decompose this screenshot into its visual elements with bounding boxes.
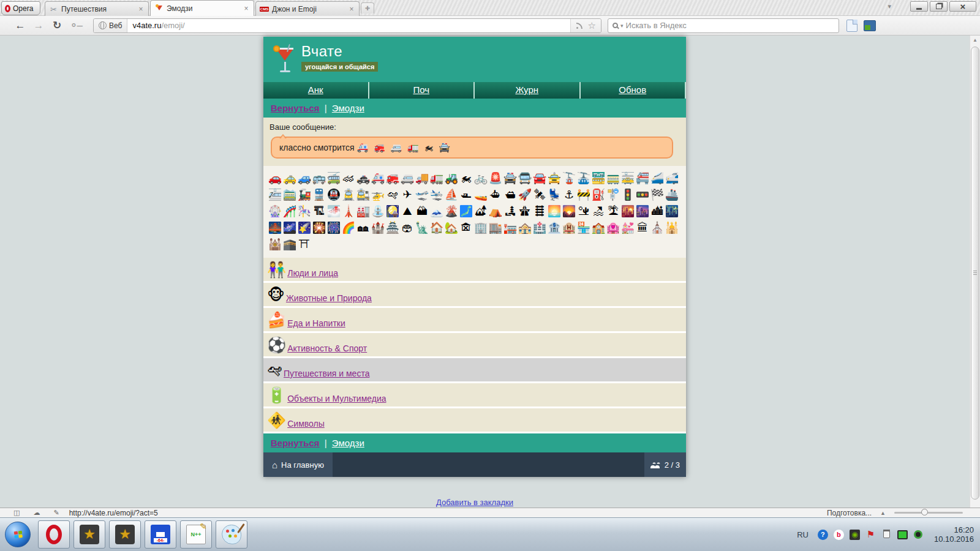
- emoji-item[interactable]: 🏘: [356, 219, 371, 236]
- site-security-badge[interactable]: Веб: [94, 19, 127, 32]
- language-indicator[interactable]: RU: [797, 530, 809, 539]
- emoji-item[interactable]: 🚗: [268, 170, 282, 186]
- tray-icon[interactable]: [850, 530, 860, 540]
- zoom-slider-thumb[interactable]: [921, 509, 928, 515]
- emoji-item[interactable]: 🗾: [459, 203, 473, 219]
- emoji-item[interactable]: 🏎: [341, 170, 356, 186]
- category-row[interactable]: 👫 Люди и лица: [263, 258, 686, 283]
- category-link[interactable]: Символы: [287, 419, 325, 429]
- emoji-item[interactable]: 🌆: [635, 203, 650, 219]
- browser-tab[interactable]: Джон и Emoji: [255, 1, 360, 17]
- emoji-item[interactable]: 🚍: [518, 170, 532, 186]
- emoji-item[interactable]: ⛵: [444, 186, 459, 203]
- home-button[interactable]: На главную: [263, 452, 333, 477]
- emoji-item[interactable]: 🕌: [665, 219, 679, 236]
- emoji-item[interactable]: 🚟: [591, 170, 606, 186]
- emoji-item[interactable]: 🚜: [444, 170, 459, 186]
- emoji-item[interactable]: 🚛: [429, 170, 444, 186]
- category-row[interactable]: 🛩 Путешествия и места: [263, 358, 686, 383]
- emoji-item[interactable]: 🏥: [532, 219, 547, 236]
- tab-close-icon[interactable]: [243, 4, 250, 13]
- status-panels-icon[interactable]: [13, 509, 20, 517]
- tray-icon[interactable]: [897, 530, 908, 540]
- emoji-item[interactable]: ⛺: [488, 203, 503, 219]
- emoji-item[interactable]: 🎢: [282, 203, 297, 219]
- emoji-item[interactable]: 🌇: [620, 203, 635, 219]
- emoji-item[interactable]: 🚡: [562, 170, 576, 186]
- search-box[interactable]: [608, 18, 839, 33]
- emoji-item[interactable]: 🚈: [268, 186, 282, 203]
- emoji-item[interactable]: 🛰: [532, 186, 547, 203]
- emoji-item[interactable]: 🚝: [635, 170, 650, 186]
- online-counter[interactable]: 2 / 3: [644, 452, 686, 477]
- emoji-item[interactable]: 🏁: [650, 186, 665, 203]
- new-tab-button[interactable]: [361, 2, 374, 13]
- rss-icon[interactable]: [576, 22, 583, 29]
- emoji-item[interactable]: 🏙: [650, 203, 665, 219]
- emoji-item[interactable]: 🌋: [444, 203, 459, 219]
- browser-tab[interactable]: Путешествия: [45, 1, 149, 17]
- forward-button[interactable]: [29, 20, 48, 32]
- scrollbar-thumb[interactable]: [971, 47, 979, 500]
- emoji-item[interactable]: ⛴: [488, 186, 503, 203]
- status-sync-icon[interactable]: [33, 509, 40, 517]
- emoji-item[interactable]: ⚓: [562, 186, 576, 203]
- minimize-button[interactable]: [910, 1, 928, 12]
- taskbar-app-button[interactable]: [38, 520, 70, 549]
- emoji-item[interactable]: 🚃: [606, 170, 620, 186]
- taskbar-app-button[interactable]: [74, 520, 105, 549]
- vertical-scrollbar[interactable]: [970, 36, 980, 508]
- tab-menu-chevron-icon[interactable]: [888, 2, 891, 10]
- scroll-up-arrow-icon[interactable]: [970, 36, 980, 45]
- emoji-item[interactable]: 🏍: [459, 170, 473, 186]
- reload-button[interactable]: [48, 19, 66, 32]
- nav-item[interactable]: Журн: [475, 82, 581, 99]
- url-text[interactable]: v4ate.ru/emoji/: [127, 21, 570, 30]
- emoji-item[interactable]: 🏰: [371, 219, 385, 236]
- emoji-item[interactable]: 🏟: [400, 219, 415, 236]
- emoji-item[interactable]: 🚓: [356, 170, 371, 186]
- emoji-item[interactable]: 🛤: [532, 203, 547, 219]
- category-row[interactable]: 🐵 Животные и Природа: [263, 283, 686, 308]
- emoji-item[interactable]: 🛬: [429, 186, 444, 203]
- emoji-item[interactable]: 🏩: [606, 219, 620, 236]
- tab-close-icon[interactable]: [137, 5, 145, 13]
- emoji-item[interactable]: 🏜: [576, 203, 591, 219]
- category-link[interactable]: Еда и Напитки: [287, 318, 345, 328]
- emoji-item[interactable]: 🚨: [488, 170, 503, 186]
- emoji-item[interactable]: 🌁: [326, 203, 341, 219]
- emoji-item[interactable]: 🚇: [326, 186, 341, 203]
- emoji-item[interactable]: 🚀: [518, 186, 532, 203]
- emoji-item[interactable]: 🏗: [312, 203, 326, 219]
- search-input[interactable]: [626, 21, 834, 30]
- emoji-item[interactable]: 🏬: [488, 219, 503, 236]
- taskbar-app-button[interactable]: [109, 520, 141, 549]
- emoji-item[interactable]: ⛰: [400, 203, 415, 219]
- emoji-item[interactable]: 🚏: [606, 186, 620, 203]
- zoom-menu-arrow-icon[interactable]: [880, 510, 886, 516]
- taskbar-app-button[interactable]: [216, 520, 247, 549]
- emoji-item[interactable]: 🛥: [459, 186, 473, 203]
- close-button[interactable]: [949, 1, 976, 12]
- emoji-item[interactable]: 🎇: [312, 219, 326, 236]
- category-row[interactable]: 🍰 Еда и Напитки: [263, 308, 686, 333]
- back-link[interactable]: Вернуться: [271, 103, 320, 113]
- category-link[interactable]: Путешествия и места: [284, 369, 369, 378]
- emoji-item[interactable]: 🚑: [371, 170, 385, 186]
- emoji-item[interactable]: 🏭: [356, 203, 371, 219]
- emoji-item[interactable]: 🚔: [503, 170, 518, 186]
- nav-item[interactable]: Поч: [369, 82, 475, 99]
- emoji-item[interactable]: 🌅: [547, 203, 562, 219]
- emoji-item[interactable]: 🛫: [415, 186, 429, 203]
- category-link[interactable]: Активность & Спорт: [287, 343, 367, 353]
- emoji-item[interactable]: 🌠: [297, 219, 312, 236]
- tab-close-icon[interactable]: [348, 5, 355, 13]
- emoji-item[interactable]: 🏫: [591, 219, 606, 236]
- emoji-item[interactable]: 🚦: [620, 186, 635, 203]
- address-bar[interactable]: Веб v4ate.ru/emoji/: [93, 18, 601, 33]
- emoji-item[interactable]: 🚁: [371, 186, 385, 203]
- category-link[interactable]: Объекты и Мультимедиа: [287, 394, 386, 403]
- emoji-item[interactable]: 🚅: [665, 170, 679, 186]
- emoji-item[interactable]: 🏣: [503, 219, 518, 236]
- emoji-item[interactable]: 🚐: [400, 170, 415, 186]
